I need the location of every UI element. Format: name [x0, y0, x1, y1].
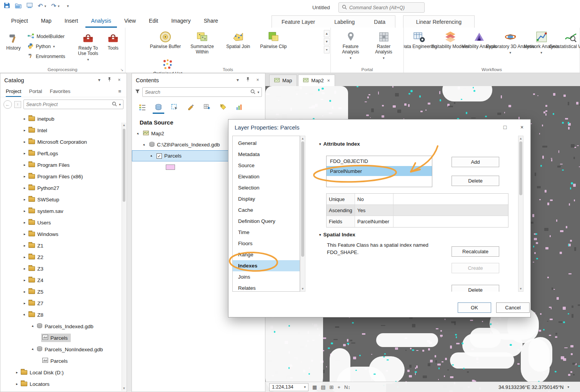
collapse-icon[interactable]: ▸: [135, 130, 141, 136]
customize-quick-access-icon[interactable]: ▾: [67, 4, 69, 8]
geostatistical-wizard-button[interactable]: Geostatistical Wizard: [556, 28, 580, 50]
tab-project[interactable]: Project: [5, 15, 34, 28]
catalog-search-box[interactable]: ▾: [23, 100, 123, 109]
modelbuilder-button[interactable]: ModelBuilder: [27, 32, 74, 42]
add-index-button[interactable]: Add: [452, 157, 499, 167]
pane-options-icon[interactable]: ▾: [96, 77, 103, 83]
save-project-icon[interactable]: [27, 3, 33, 10]
close-pane-icon[interactable]: ×: [116, 77, 123, 83]
tree-item[interactable]: ▸Z4: [0, 274, 127, 286]
nav-item-cache[interactable]: Cache: [233, 204, 300, 216]
view-tab-map[interactable]: Map: [269, 75, 297, 86]
expand-icon[interactable]: ▸: [22, 221, 27, 224]
collapse-section-icon[interactable]: ▾: [319, 142, 321, 146]
attribute-index-section-header[interactable]: ▾ Attribute Index: [319, 141, 360, 147]
pin-icon[interactable]: [106, 77, 113, 83]
filter-icon[interactable]: [135, 89, 140, 95]
scroll-up-icon[interactable]: ▲: [122, 123, 126, 127]
pairwise-clip-button[interactable]: Pairwise Clip: [257, 28, 290, 50]
scrollbar-thumb[interactable]: [301, 141, 304, 257]
expand-icon[interactable]: ▸: [22, 209, 27, 213]
collapse-section-icon[interactable]: ▾: [319, 233, 321, 237]
catalog-tab-favorites[interactable]: Favorites: [50, 88, 70, 97]
scroll-down-icon[interactable]: ▼: [518, 287, 523, 291]
gallery-expand-icon[interactable]: ▾: [324, 46, 330, 53]
tree-item[interactable]: ▸Z1: [0, 240, 127, 251]
open-project-icon[interactable]: [15, 3, 22, 10]
tab-feature-layer[interactable]: Feature Layer: [278, 19, 319, 25]
summarize-within-button[interactable]: Summarize Within: [185, 28, 220, 55]
expand-icon[interactable]: ▸: [22, 117, 27, 121]
tree-item[interactable]: ▸Windows: [0, 228, 127, 240]
maximize-dialog-icon[interactable]: □: [497, 120, 513, 135]
attribute-index-list[interactable]: FDO_OBJECTID ParcelNumber: [326, 156, 432, 187]
tree-item[interactable]: ▸Users: [0, 217, 127, 228]
expand-icon[interactable]: ▸: [22, 174, 27, 178]
python-button[interactable]: Python ▾: [27, 42, 74, 51]
scroll-up-icon[interactable]: ▲: [300, 137, 305, 140]
command-search-input[interactable]: [349, 5, 421, 10]
close-pane-icon[interactable]: ×: [254, 77, 261, 83]
pin-icon[interactable]: [244, 77, 251, 83]
delete-spatial-index-button[interactable]: Delete: [452, 285, 499, 292]
recalculate-button[interactable]: Recalculate: [452, 246, 499, 257]
nav-item-floors[interactable]: Floors: [233, 238, 300, 249]
nav-item-joins[interactable]: Joins: [233, 271, 300, 282]
attribute-table-icon[interactable]: ▤: [321, 384, 325, 390]
tree-item[interactable]: ▸Z3: [0, 263, 127, 274]
save-icon[interactable]: [4, 2, 10, 10]
tree-item[interactable]: ▸Program Files: [0, 159, 127, 171]
tab-labeling[interactable]: Labeling: [330, 19, 358, 25]
expand-icon[interactable]: ▸: [22, 163, 27, 167]
tab-share[interactable]: Share: [198, 15, 224, 28]
tab-view[interactable]: View: [118, 15, 142, 28]
expand-icon[interactable]: ▸: [22, 232, 27, 236]
expand-icon[interactable]: ▸: [22, 278, 27, 282]
expand-icon[interactable]: ▸: [14, 370, 20, 374]
undo-dropdown-icon[interactable]: ▾: [44, 4, 46, 8]
tree-item[interactable]: ▸Z2: [0, 251, 127, 263]
tree-item[interactable]: ▸Z8: [0, 309, 127, 321]
north-compass-icon[interactable]: N↕: [344, 384, 350, 390]
command-search[interactable]: [338, 2, 425, 13]
collapse-icon[interactable]: ▸: [148, 153, 155, 159]
tab-data[interactable]: Data: [370, 19, 389, 25]
tab-edit[interactable]: Edit: [143, 15, 164, 28]
tree-item[interactable]: ▸Python27: [0, 182, 127, 194]
gallery-scroll-up-icon[interactable]: ▲: [324, 30, 330, 37]
nav-item-time[interactable]: Time: [233, 227, 300, 238]
nav-item-selection[interactable]: Selection: [233, 182, 300, 193]
exploratory-3d-analysis-button[interactable]: Exploratory 3D Analysis ▾: [494, 28, 527, 55]
list-by-drawing-order-icon[interactable]: [136, 101, 149, 113]
nav-item-relates[interactable]: Relates: [233, 282, 300, 292]
tree-item[interactable]: ▸inetpub: [0, 113, 127, 125]
snapping-toggle-icon[interactable]: ⊞: [330, 384, 334, 390]
undo-button[interactable]: ↶: [38, 3, 43, 9]
tools-button[interactable]: Tools: [103, 29, 123, 51]
layer-visibility-checkbox[interactable]: ✓: [157, 153, 162, 159]
expand-icon[interactable]: ▸: [22, 267, 27, 271]
catalog-search-input[interactable]: [26, 102, 110, 107]
expand-icon[interactable]: ▸: [22, 290, 27, 294]
tree-item[interactable]: ▸Intel: [0, 125, 127, 136]
delete-index-button[interactable]: Delete: [452, 176, 499, 186]
tab-insert[interactable]: Insert: [59, 15, 84, 28]
raster-analysis-button[interactable]: Raster Analysis ▾: [369, 28, 399, 73]
gallery-scroll-down-icon[interactable]: ▼: [324, 38, 330, 45]
spatial-index-section-header[interactable]: ▾ Spatial Index: [319, 232, 355, 238]
contents-search-box[interactable]: ▾: [142, 87, 262, 97]
tree-item[interactable]: ▸PerfLogs: [0, 148, 127, 159]
catalog-tab-project[interactable]: Project: [6, 88, 21, 97]
collapse-icon[interactable]: ▸: [141, 141, 147, 148]
list-by-data-source-icon[interactable]: [152, 101, 165, 113]
tab-analysis[interactable]: Analysis: [85, 15, 117, 28]
history-button[interactable]: History: [2, 29, 25, 51]
tree-item[interactable]: ▸Z5: [0, 286, 127, 297]
nav-item-source[interactable]: Source: [233, 160, 300, 171]
catalog-menu-icon[interactable]: ≡: [118, 88, 121, 97]
expand-icon[interactable]: ▸: [22, 301, 27, 305]
tree-item[interactable]: ▸Local Disk (D:): [0, 367, 127, 378]
ok-button[interactable]: OK: [458, 302, 491, 313]
nav-item-indexes[interactable]: Indexes: [233, 260, 300, 271]
redo-button[interactable]: ↷: [51, 3, 56, 9]
